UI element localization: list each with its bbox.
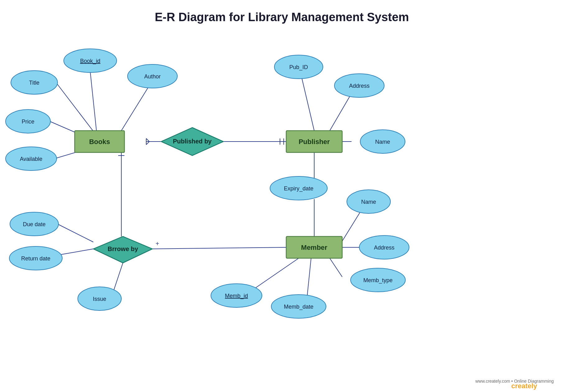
mark-books-one2	[146, 142, 149, 145]
relation-brroweby-label: Brrowe by	[108, 245, 138, 252]
attr-membid-label: Memb_id	[225, 293, 248, 299]
attr-pubid-label: Pub_ID	[289, 64, 308, 71]
conn-brrowe-duedate	[54, 222, 93, 242]
conn-member-name	[342, 208, 362, 241]
attr-price-label: Price	[21, 119, 34, 125]
attr-bookid-label: Book_id	[80, 58, 100, 64]
conn-books-title	[56, 82, 96, 135]
mark-books-one	[146, 138, 149, 142]
attr-address-pub-label: Address	[349, 83, 370, 89]
diagram-title: E-R Diagram for Library Management Syste…	[155, 11, 409, 24]
entity-member-label: Member	[301, 244, 328, 251]
attr-membdate-label: Memb_date	[284, 304, 313, 310]
entity-publisher-label: Publisher	[299, 138, 330, 146]
conn-member-membtype	[330, 258, 342, 277]
relation-publishedby-label: Published by	[173, 138, 212, 145]
attr-name-pub-label: Name	[375, 139, 390, 145]
conn-brroweby-member	[152, 247, 286, 249]
attr-issue-label: Issue	[93, 296, 106, 302]
attr-membtype-label: Memb_type	[363, 277, 393, 284]
attr-title-label: Title	[29, 80, 39, 86]
attr-name-mem-label: Name	[361, 199, 376, 205]
er-diagram: E-R Diagram for Library Management Syste…	[0, 0, 564, 392]
attr-expirydate-label: Expiry_date	[284, 185, 313, 192]
attr-author-label: Author	[144, 73, 161, 80]
attr-address-mem-label: Address	[374, 245, 394, 251]
conn-brrowe-returndate	[58, 249, 93, 255]
watermark-brand: creately	[511, 382, 537, 390]
attr-returndate-label: Return date	[21, 255, 50, 262]
conn-books-bookid	[90, 72, 96, 131]
conn-pub-pubid	[302, 78, 314, 131]
attr-available-label: Available	[20, 156, 43, 162]
conn-member-membid	[249, 258, 299, 292]
mark-brrowe-plus: +	[156, 240, 159, 247]
attr-duedate-label: Due date	[23, 221, 45, 227]
entity-books-label: Books	[89, 138, 110, 146]
conn-pub-address	[330, 93, 352, 131]
conn-books-author	[121, 86, 149, 131]
